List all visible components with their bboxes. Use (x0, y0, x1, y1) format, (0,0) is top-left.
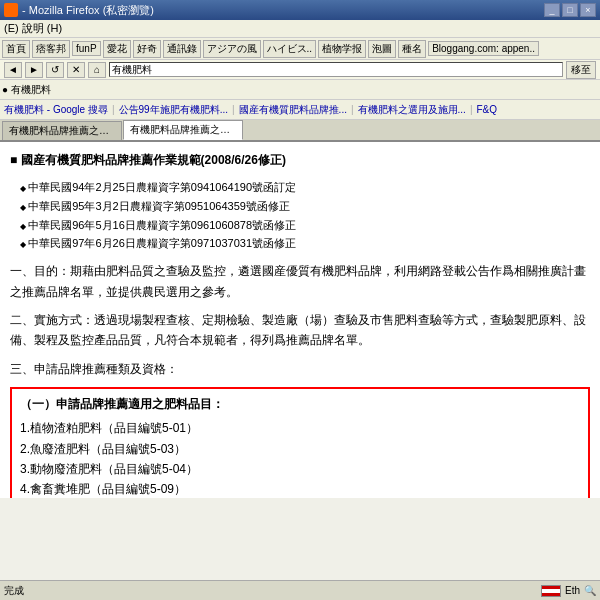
toolbar-contacts[interactable]: 通訊錄 (163, 40, 201, 58)
section-1: 一、目的：期藉由肥料品質之查驗及監控，遴選國産優質有機肥料品牌，利用網路登載公告… (10, 261, 590, 302)
browser-icon (4, 3, 18, 17)
zoom-icon: 🔍 (584, 585, 596, 596)
bookmark-sep3: | (351, 104, 354, 115)
bookmark-announce[interactable]: 公告99年施肥有機肥料... (119, 103, 228, 117)
regulation-item-4: 中華民國97年6月26日農糧資字第0971037031號函修正 (20, 234, 590, 253)
fertilizer-item-2: 2.魚廢渣肥料（品目編號5-03） (20, 439, 580, 459)
menu-bar: (E) 說明 (H) (0, 20, 600, 38)
nav-home-button[interactable]: ⌂ (88, 62, 106, 78)
toolbar-hibiscus[interactable]: ハイビス.. (263, 40, 317, 58)
toolbar-plant[interactable]: 植物学报 (318, 40, 366, 58)
regulation-item-2: 中華民國95年3月2日農糧資字第0951064359號函修正 (20, 197, 590, 216)
toolbar-home[interactable]: 首頁 (2, 40, 30, 58)
fertilizer-item-1: 1.植物渣粕肥料（品目編號5-01） (20, 418, 580, 438)
second-toolbar: ● 有機肥料 (0, 80, 600, 100)
tab-2[interactable]: 有機肥料品牌推薦之選... ✕ (123, 120, 243, 140)
toolbar-curious[interactable]: 好奇 (133, 40, 161, 58)
main-title-section: ■ 國産有機質肥料品牌推薦作業規範(2008/6/26修正) (10, 150, 590, 170)
toolbar-pixnet[interactable]: 痞客邦 (32, 40, 70, 58)
bookmark-faq[interactable]: F&Q (477, 104, 498, 115)
toolbar-species[interactable]: 種名 (398, 40, 426, 58)
highlight-box-title: （一）申請品牌推薦適用之肥料品目： (20, 395, 580, 414)
section-2: 二、實施方式：透過現場製程查核、定期檢驗、製造廠（場）查驗及市售肥料查驗等方式，… (10, 310, 590, 351)
menu-item-file[interactable]: (E) 說明 (H) (4, 21, 62, 36)
tab-bar: 有機肥料品牌推薦之選... ✕ 有機肥料品牌推薦之選... ✕ (0, 120, 600, 142)
fertilizer-item-4: 4.禽畜糞堆肥（品目編號5-09） (20, 479, 580, 498)
regulation-list: 中華民國94年2月25日農糧資字第0941064190號函訂定 中華民國95年3… (10, 178, 590, 253)
tab-2-label: 有機肥料品牌推薦之選... (130, 124, 238, 135)
toolbar-funp[interactable]: funP (72, 41, 101, 56)
bookmark-google[interactable]: 有機肥料 - Google 搜尋 (4, 103, 108, 117)
bookmark-domestic[interactable]: 國産有機質肥料品牌推... (239, 103, 347, 117)
eth-label: Eth (565, 585, 580, 596)
regulation-item-3: 中華民國96年5月16日農糧資字第0961060878號函修正 (20, 216, 590, 235)
bookmarks-bar: 有機肥料 - Google 搜尋 | 公告99年施肥有機肥料... | 國産有機… (0, 100, 600, 120)
tab-1[interactable]: 有機肥料品牌推薦之選... ✕ (2, 121, 122, 140)
close-button[interactable]: × (580, 3, 596, 17)
regulation-item-1: 中華民國94年2月25日農糧資字第0941064190號函訂定 (20, 178, 590, 197)
title-bar: - Mozilla Firefox (私密瀏覽) _ □ × (0, 0, 600, 20)
section-1-text: 一、目的：期藉由肥料品質之查驗及監控，遴選國産優質有機肥料品牌，利用網路登載公告… (10, 264, 586, 298)
nav-back-button[interactable]: ◄ (4, 62, 22, 78)
section-2-text: 二、實施方式：透過現場製程查核、定期檢驗、製造廠（場）查驗及市售肥料查驗等方式，… (10, 313, 586, 347)
country-flag (541, 585, 561, 597)
bookmark-sep4: | (470, 104, 473, 115)
fertilizer-list: 1.植物渣粕肥料（品目編號5-01） 2.魚廢渣肥料（品目編號5-03） 3.動… (20, 418, 580, 498)
nav-stop-button[interactable]: ✕ (67, 62, 85, 78)
section-3-header: 三、申請品牌推薦種類及資格： (10, 359, 590, 379)
bookmark-sep2: | (232, 104, 235, 115)
fertilizer-item-3: 3.動物廢渣肥料（品目編號5-04） (20, 459, 580, 479)
toolbar-blog[interactable]: Bloggang.com: appen.. (428, 41, 539, 56)
bookmark-usage[interactable]: 有機肥料之選用及施用... (358, 103, 466, 117)
toolbar-photo[interactable]: 泡圖 (368, 40, 396, 58)
status-bar: 完成 Eth 🔍 (0, 580, 600, 600)
bookmark-sep1: | (112, 104, 115, 115)
toolbar-love[interactable]: 愛花 (103, 40, 131, 58)
section-3-title: 三、申請品牌推薦種類及資格： (10, 362, 178, 376)
nav-refresh-button[interactable]: ↺ (46, 62, 64, 78)
tab-1-label: 有機肥料品牌推薦之選... (9, 125, 117, 136)
highlight-box: （一）申請品牌推薦適用之肥料品目： 1.植物渣粕肥料（品目編號5-01） 2.魚… (10, 387, 590, 498)
nav-go-button[interactable]: 移至 (566, 61, 596, 79)
status-text: 完成 (4, 584, 541, 598)
content-area: ■ 國産有機質肥料品牌推薦作業規範(2008/6/26修正) 中華民國94年2月… (0, 142, 600, 498)
main-title: ■ 國産有機質肥料品牌推薦作業規範(2008/6/26修正) (10, 153, 286, 167)
window-title: - Mozilla Firefox (私密瀏覽) (22, 3, 154, 18)
minimize-button[interactable]: _ (544, 3, 560, 17)
address-bar[interactable] (109, 62, 563, 77)
nav-forward-button[interactable]: ► (25, 62, 43, 78)
toolbar-organic-label: ● 有機肥料 (2, 83, 51, 97)
status-right: Eth 🔍 (541, 585, 596, 597)
window-controls: _ □ × (544, 3, 596, 17)
toolbar-asia[interactable]: アジアの風 (203, 40, 261, 58)
toolbar-bookmarks: 首頁 痞客邦 funP 愛花 好奇 通訊錄 アジアの風 ハイビス.. 植物学报 … (0, 38, 600, 60)
nav-bar: ◄ ► ↺ ✕ ⌂ 移至 (0, 60, 600, 80)
maximize-button[interactable]: □ (562, 3, 578, 17)
